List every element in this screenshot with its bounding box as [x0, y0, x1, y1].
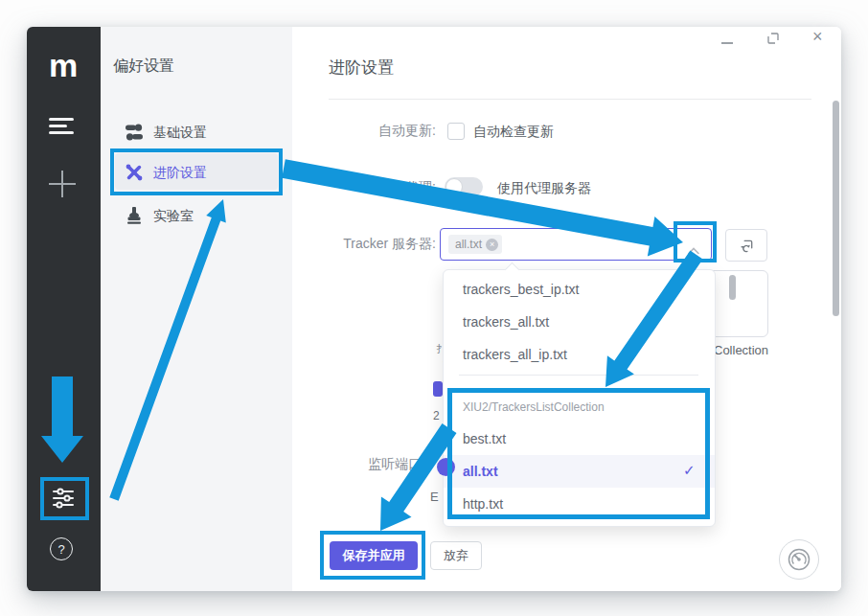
annotation-box-advanced-menu	[110, 148, 283, 195]
refresh-trackers-button[interactable]	[725, 229, 767, 262]
page-title: 进阶设置	[329, 57, 394, 79]
hidden-text-fragment: Collection	[714, 343, 768, 357]
close-icon[interactable]: ×	[812, 27, 823, 47]
motrix-logo: m	[44, 48, 82, 86]
speed-limit-button[interactable]	[779, 539, 819, 580]
proxy-toggle[interactable]	[445, 177, 483, 196]
auto-update-checkbox-label: 自动检查更新	[473, 124, 554, 141]
dropdown-item[interactable]: trackers_all.txt	[444, 306, 715, 338]
dropdown-item[interactable]: trackers_best_ip.txt	[444, 273, 715, 306]
menu-item-label: 实验室	[153, 208, 194, 225]
dropdown-divider	[459, 375, 698, 376]
dropdown-item[interactable]: trackers_all_ip.txt	[444, 338, 715, 371]
help-icon[interactable]: ?	[50, 537, 73, 560]
hidden-chip-fragment	[433, 381, 443, 397]
minimize-icon[interactable]	[721, 42, 733, 44]
preferences-title: 偏好设置	[113, 57, 174, 77]
listen-port-label: 监听端口	[368, 456, 422, 473]
textarea-scrollbar[interactable]	[729, 275, 736, 300]
tag-close-icon[interactable]: ×	[486, 239, 498, 251]
menu-item-label: 基础设置	[153, 125, 207, 142]
refresh-trackers-icon	[739, 238, 755, 254]
auto-update-checkbox[interactable]	[447, 123, 465, 140]
maximize-restore-icon[interactable]	[767, 31, 779, 42]
page-scrollbar[interactable]	[833, 101, 839, 316]
auto-update-label: 自动更新:	[359, 123, 436, 140]
hidden-text-fragment: 2	[433, 409, 440, 422]
basic-settings-icon	[125, 123, 144, 142]
preferences-panel: 偏好设置 基础设置	[101, 27, 292, 591]
lab-icon	[125, 206, 144, 225]
tracker-tag-label: all.txt	[455, 238, 482, 251]
proxy-toggle-label: 使用代理服务器	[497, 180, 591, 197]
toggle-knob	[445, 178, 463, 195]
task-list-icon[interactable]	[48, 118, 75, 137]
annotation-box-chevron	[674, 221, 717, 262]
app-window: m	[27, 27, 841, 591]
tracker-select[interactable]: all.txt ×	[440, 228, 712, 261]
tracker-tag: all.txt ×	[448, 235, 502, 254]
annotation-box-save-button	[320, 531, 425, 580]
title-divider	[329, 99, 811, 100]
annotation-box-settings-icon	[40, 477, 89, 520]
proxy-label: 代理:	[359, 179, 436, 196]
annotation-box-tracker-group	[447, 388, 710, 519]
speedometer-icon	[787, 547, 811, 572]
discard-button[interactable]: 放弃	[430, 541, 482, 570]
hidden-text-fragment: E	[430, 490, 439, 504]
tracker-label: Tracker 服务器:	[331, 236, 436, 253]
screenshot-canvas: m	[0, 0, 868, 616]
